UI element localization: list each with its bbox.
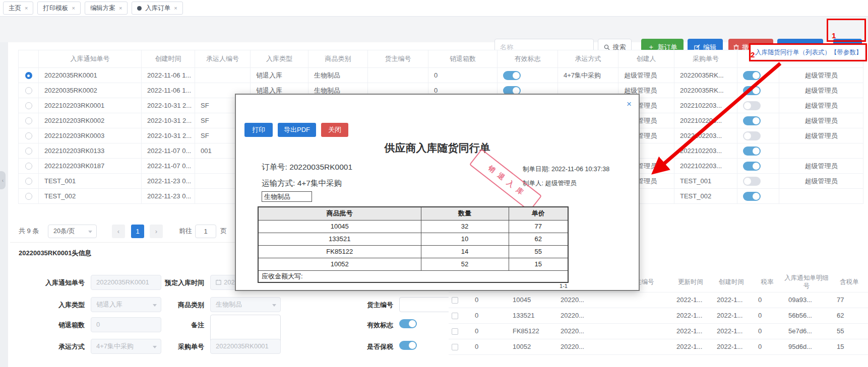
cell: TEST_001 <box>674 174 737 189</box>
row-radio[interactable] <box>25 132 32 139</box>
admin-cell: 超级管理员 <box>779 68 863 83</box>
tab-label: 打印模板 <box>43 4 68 13</box>
print-preview-modal: × 打印 导出PDF 关闭 供应商入库随货同行单 订单号: 20220035RK… <box>235 94 640 291</box>
row-radio-cell <box>19 174 39 189</box>
detail-checkbox-cell <box>449 292 469 308</box>
row-radio[interactable] <box>25 117 32 124</box>
plan-time-label: 预定入库时间 <box>164 278 204 287</box>
detail-cell: 2022-1... <box>711 308 752 323</box>
close-tab-icon[interactable]: × <box>174 5 177 11</box>
return-boxes-field[interactable]: 0 <box>91 317 161 332</box>
tab-主页[interactable]: 主页× <box>3 2 33 15</box>
modal-print-button[interactable]: 打印 <box>244 123 273 137</box>
row-checkbox[interactable] <box>452 297 458 304</box>
column-header: 采购单号 <box>674 50 737 68</box>
detail-cell <box>612 339 670 354</box>
detail-column-header: 税率 <box>752 272 782 292</box>
flag2-toggle[interactable] <box>743 86 761 95</box>
cell: 2022102203... <box>674 98 737 113</box>
detail-cell: 09a93... <box>782 292 831 308</box>
next-page-button[interactable]: › <box>150 225 163 238</box>
detail-cell: 20220... <box>554 308 612 323</box>
close-tab-icon[interactable]: × <box>119 5 122 11</box>
detail-cell: 0 <box>469 308 507 323</box>
row-checkbox[interactable] <box>452 313 458 319</box>
row-checkbox[interactable] <box>452 344 458 350</box>
flag2-toggle[interactable] <box>743 116 761 125</box>
notify-no-field[interactable]: 20220035RK0001 <box>91 275 161 290</box>
in-type-label: 入库类型 <box>15 301 85 310</box>
row-radio[interactable] <box>25 178 32 185</box>
row-checkbox[interactable] <box>452 328 458 335</box>
row-radio[interactable] <box>25 87 32 94</box>
doc-cell: FK85122 <box>258 245 421 258</box>
page-size-select[interactable]: 20条/页 <box>48 225 97 238</box>
detail-row[interactable]: 013352120220...2022-1...2022-1...056b56.… <box>449 308 868 323</box>
detail-cell: 2022-1... <box>711 323 752 339</box>
detail-row[interactable]: 0FK8512220220...2022-1...2022-1...05e7d6… <box>449 323 868 339</box>
close-tab-icon[interactable]: × <box>25 5 28 11</box>
tab-编辑方案[interactable]: 编辑方案× <box>85 2 128 15</box>
cell: 20220035RK... <box>674 68 737 83</box>
flag2-toggle[interactable] <box>743 71 761 80</box>
detail-row[interactable]: 01004520220...2022-1...2022-1...009a93..… <box>449 292 868 308</box>
doc-column-header: 数量 <box>421 207 509 220</box>
row-radio[interactable] <box>25 163 32 170</box>
flag2-toggle[interactable] <box>743 131 761 140</box>
annotation-digit-2: 2 <box>751 50 755 59</box>
modal-close-button[interactable]: 关闭 <box>321 123 348 137</box>
column-header <box>19 50 39 68</box>
detail-cell: 133521 <box>507 308 554 323</box>
valid-toggle[interactable] <box>503 71 521 80</box>
flag2-toggle[interactable] <box>743 177 761 186</box>
admin-cell: 超级管理员 <box>779 113 863 128</box>
detail-cell <box>612 323 670 339</box>
flag2-toggle[interactable] <box>743 192 761 201</box>
detail-cell: 10052 <box>507 339 554 354</box>
cell: 2022102203... <box>674 128 737 143</box>
valid-flag-cell <box>498 68 558 83</box>
flag2-toggle[interactable] <box>743 101 761 110</box>
print-menu-item-list-style[interactable]: 入库随货同行单（列表式）【带参数】 <box>751 45 865 60</box>
row-radio-cell <box>19 143 39 159</box>
close-icon[interactable]: × <box>627 100 632 108</box>
flag2-toggle[interactable] <box>743 162 761 171</box>
flag2-cell <box>737 143 779 159</box>
row-radio[interactable] <box>25 148 32 155</box>
po-no-label: 采购单号 <box>164 342 204 351</box>
cell: 2022102203RK0003 <box>39 128 142 143</box>
sidebar-collapse-handle[interactable]: ‹ <box>0 171 6 189</box>
flag2-toggle[interactable] <box>743 146 761 156</box>
tab-label: 主页 <box>9 4 21 13</box>
admin-cell: 超级管理员 <box>779 83 863 98</box>
admin-cell: 超级管理员 <box>779 174 863 189</box>
table-row[interactable]: 20220035RK00012022-11-06 1...销退入库生物制品04+… <box>19 68 863 83</box>
transport-select[interactable]: 4+7集中采购 <box>91 339 161 354</box>
category-select[interactable]: 生物制品 <box>210 297 281 312</box>
row-radio[interactable] <box>25 193 32 200</box>
document-items-table: 商品批号数量单价 1004532771335211062FK8512214551… <box>258 206 569 283</box>
detail-column-header: 更新时间 <box>670 272 711 292</box>
detail-column-header: 创建时间 <box>711 272 752 292</box>
row-radio[interactable] <box>25 102 32 109</box>
bonded-toggle[interactable] <box>399 341 417 350</box>
in-type-select[interactable]: 销退入库 <box>91 297 161 312</box>
tab-入库订单[interactable]: 入库订单× <box>132 2 182 15</box>
doc-cell: 55 <box>509 245 568 258</box>
po-no-field[interactable]: 20220035RK0001 <box>210 339 281 354</box>
tab-打印模板[interactable]: 打印模板× <box>37 2 80 15</box>
goto-page-input[interactable] <box>195 225 216 238</box>
row-radio[interactable] <box>25 72 32 79</box>
valid-flag-toggle[interactable] <box>399 319 417 328</box>
detail-cell: 2022-1... <box>711 292 752 308</box>
detail-row[interactable]: 01005220220...2022-1...2022-1...095d6d..… <box>449 339 868 354</box>
detail-column-header: 入库通知单明细号 <box>782 272 831 292</box>
current-page-button[interactable]: 1 <box>131 225 144 238</box>
close-tab-icon[interactable]: × <box>72 5 75 11</box>
search-icon <box>604 44 610 50</box>
modal-export-pdf-button[interactable]: 导出PDF <box>278 123 316 137</box>
row-radio-cell <box>19 189 39 204</box>
toolbar: 搜索 ＋ 新订单 编辑 撤销订单 导出EXCEL 打印 <box>0 17 868 42</box>
prev-page-button[interactable]: ‹ <box>112 225 125 238</box>
active-tab-dot-icon <box>137 6 142 11</box>
